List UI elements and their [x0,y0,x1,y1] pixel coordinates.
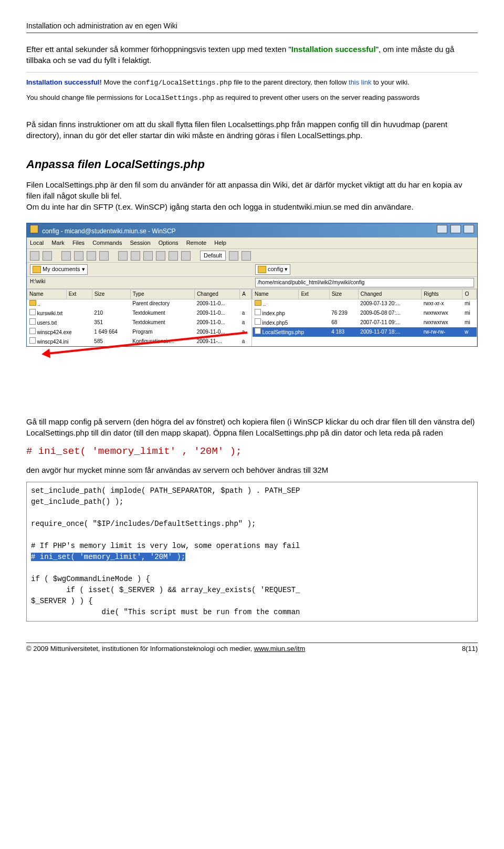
local-file-table: Name Ext Size Type Changed A ..Parent di… [27,289,251,346]
toolbar-button[interactable] [131,251,140,261]
remote-panel: Name Ext Size Changed Rights O ..2009-07… [252,289,477,346]
col-header[interactable]: Name [253,289,299,299]
col-header[interactable]: Ext [299,289,329,299]
page-footer: © 2009 Mittuniversitetet, institutionen … [26,643,478,654]
page-header: Installation och administration av en eg… [26,21,478,33]
footer-link[interactable]: www.miun.se/itm [254,645,306,653]
col-header[interactable]: Changed [195,289,240,299]
table-row[interactable]: ..2009-07-13 20:...rwxr-xr-xmi [253,299,477,308]
table-row[interactable]: ..Parent directory2009-11-0... [27,299,251,308]
table-row[interactable]: kurswiki.txt210Textdokument2009-11-0...a [27,308,251,318]
toolbar-button[interactable] [99,251,109,261]
toolbar-button[interactable] [74,251,83,261]
cell: rwxr-xr-x [422,299,463,308]
file-icon [255,328,261,334]
cell: 2009-11-0... [195,299,240,308]
menu-item[interactable]: Mark [51,240,64,246]
cell: 2009-11-0... [195,318,240,327]
col-header[interactable]: Type [130,289,194,299]
col-header[interactable]: Ext [66,289,92,299]
toolbar-button[interactable] [43,251,52,261]
menubar: Local Mark Files Commands Session Option… [27,237,477,249]
cell: rwxrwxrwx [422,308,463,318]
remote-path: /home/micand/public_html/wiki2/mywiki/co… [255,278,474,287]
code-path: LocalSettings.php [145,94,215,102]
menu-item[interactable]: Files [72,240,85,246]
cell: Textdokument [130,318,194,327]
col-header[interactable]: Name [27,289,67,299]
table-row[interactable]: users.txt351Textdokument2009-11-0...a [27,318,251,327]
folder-icon [33,266,41,273]
toolbar-button[interactable] [30,251,39,261]
text: to your wiki. [371,78,409,86]
col-header[interactable]: Size [329,289,358,299]
menu-item[interactable]: Commands [92,240,122,246]
code-line-red: # ini_set( 'memory_limit' , '20M' ); [26,444,478,459]
cell: mi [463,308,477,318]
table-row-selected[interactable]: LocalSettings.php4 1832009-11-07 18:...r… [253,327,477,337]
table-row[interactable]: index.php5682007-07-11 09:...rwxrwxrwxmi [253,318,477,327]
filename: .. [263,301,266,307]
text: Move the [102,78,134,86]
toolbar-button[interactable] [181,251,191,261]
file-icon [29,318,36,325]
folder-icon [258,266,266,273]
code-line-highlighted: # ini_set( 'memory_limit', '20M' ); [31,553,185,561]
footer-text: © 2009 Mittuniversitetet, institutionen … [26,645,254,653]
code-path: config/LocalSettings.php [133,79,232,87]
col-header[interactable]: A [240,289,251,299]
filename: index.php [262,310,285,316]
minimize-button[interactable] [437,225,447,233]
local-nav: My documents ▾ [27,263,252,276]
toolbar-button[interactable] [143,251,153,261]
code-line: set_include_path( implode( PATH_SEPARATO… [31,486,300,495]
col-header[interactable]: Changed [358,289,421,299]
toolbar-button[interactable] [156,251,165,261]
local-folder-dropdown[interactable]: My documents ▾ [30,264,88,274]
filename: winscp424.exe [37,329,72,335]
cell: Textdokument [130,308,194,318]
table-header-row: Name Ext Size Changed Rights O [253,289,477,299]
cell: 2009-05-08 07:... [358,308,421,318]
menu-item[interactable]: Help [214,240,226,246]
menu-item[interactable]: Remote [186,240,207,246]
file-icon [255,318,261,325]
code-line: die( "This script must be run from the c… [31,608,300,616]
cell: mi [463,318,477,327]
filename: winscp424.ini [37,339,69,345]
paragraph-intro: Efter ett antal sekunder så kommer förho… [26,44,478,66]
filename: LocalSettings.php [262,329,304,335]
col-header[interactable]: O [463,289,477,299]
this-link[interactable]: this link [349,78,371,86]
session-combo[interactable]: Default [200,251,226,261]
toolbar-button[interactable] [61,251,71,261]
cell: a [240,308,251,318]
filename: kurswiki.txt [37,310,63,316]
remote-path-cell: /home/micand/public_html/wiki2/mywiki/co… [252,277,477,288]
file-icon [29,328,36,334]
menu-item[interactable]: Options [159,240,178,246]
maximize-button[interactable] [450,225,461,233]
filename: index.php5 [262,320,288,326]
toolbar-button[interactable] [229,251,238,261]
menu-item[interactable]: Local [30,240,44,246]
app-icon [30,225,38,233]
text: as required to prevent other users on th… [214,94,419,101]
window-title: config - micand@studentwiki.miun.se - Wi… [42,227,175,235]
cell: 1 649 664 [92,327,130,337]
menu-item[interactable]: Session [130,240,150,246]
col-header[interactable]: Rights [422,289,463,299]
paragraph-sftp: Filen LocalSettings.php är den fil som d… [26,179,478,212]
toolbar-button[interactable] [169,251,178,261]
toolbar-button[interactable] [118,251,128,261]
toolbar-button[interactable] [87,251,96,261]
toolbar-button[interactable] [242,251,251,261]
col-header[interactable]: Size [92,289,130,299]
folder-icon [29,300,36,306]
cell: Program [130,327,194,337]
table-row[interactable]: index.php76 2392009-05-08 07:...rwxrwxrw… [253,308,477,318]
remote-folder-dropdown[interactable]: config ▾ [255,264,290,274]
page-number: 8(11) [462,644,478,654]
table-header-row: Name Ext Size Type Changed A [27,289,251,299]
close-button[interactable] [464,225,474,233]
